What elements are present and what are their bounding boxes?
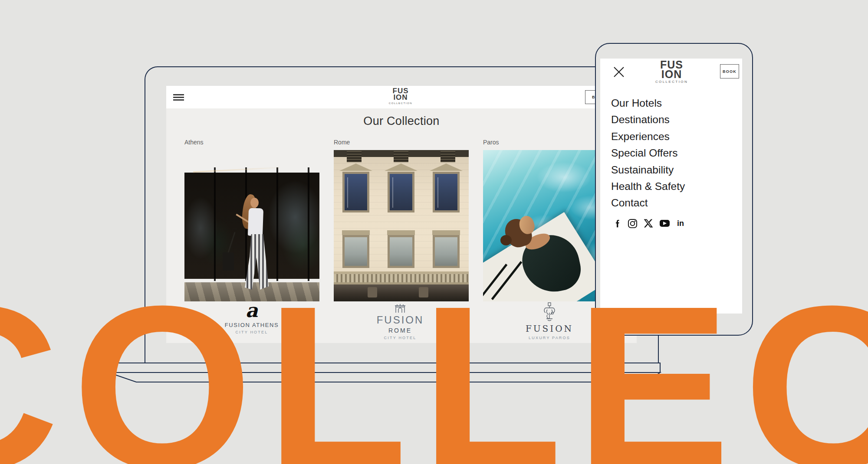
card-label-rome: Rome xyxy=(334,139,350,146)
nav-item-contact[interactable]: Contact xyxy=(611,195,685,211)
instagram-icon[interactable] xyxy=(627,218,638,229)
linkedin-icon[interactable]: in xyxy=(675,218,686,229)
close-icon[interactable] xyxy=(612,65,625,78)
logo-line-3: COLLECTION xyxy=(381,102,420,105)
nav-item-destinations[interactable]: Destinations xyxy=(611,111,685,128)
site-header: FUS ION COLLECTION BOOK xyxy=(166,86,637,108)
nav-item-special-offers[interactable]: Special Offers xyxy=(611,145,685,161)
card-label-paros: Paros xyxy=(483,139,499,146)
stage: FUS ION COLLECTION BOOK Our Collection A… xyxy=(0,0,868,464)
logo-line-2: ION xyxy=(649,69,694,79)
youtube-icon[interactable] xyxy=(659,218,670,229)
page-title: Our Collection xyxy=(166,114,637,128)
nav-item-our-hotels[interactable]: Our Hotels xyxy=(611,95,685,111)
nav-item-experiences[interactable]: Experiences xyxy=(611,128,685,145)
card-label-athens: Athens xyxy=(184,139,204,146)
facebook-icon[interactable] xyxy=(611,218,621,229)
x-twitter-icon[interactable] xyxy=(643,218,654,229)
nav-item-health-safety[interactable]: Health & Safety xyxy=(611,178,685,195)
nav-item-sustainability[interactable]: Sustainability xyxy=(611,162,685,178)
fusion-collection-logo[interactable]: FUS ION COLLECTION xyxy=(649,60,694,84)
social-links: in xyxy=(611,218,686,229)
logo-line-3: COLLECTION xyxy=(649,80,694,84)
collection-watermark-text: COLLECTION xyxy=(0,271,868,464)
mobile-nav: Our Hotels Destinations Experiences Spec… xyxy=(611,95,685,212)
book-button[interactable]: BOOK xyxy=(720,64,739,78)
fusion-collection-logo[interactable]: FUS ION COLLECTION xyxy=(381,88,420,105)
logo-line-2: ION xyxy=(381,94,420,101)
hamburger-menu-icon[interactable] xyxy=(173,94,184,101)
